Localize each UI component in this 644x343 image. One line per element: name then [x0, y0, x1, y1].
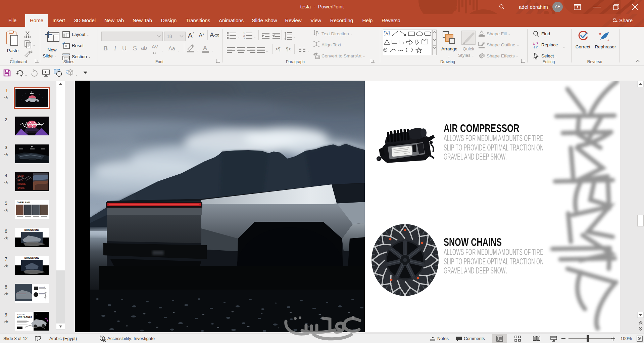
svg-text:ANY PLANET: ANY PLANET [17, 316, 32, 318]
svg-text:3: 3 [243, 37, 245, 40]
svg-text:ROCKS.: ROCKS. [17, 183, 26, 185]
svg-text:A: A [386, 32, 388, 36]
svg-text:OVERLAND: OVERLAND [17, 201, 30, 204]
svg-text:A: A [316, 30, 319, 34]
svg-text:⌅: ⌅ [36, 313, 37, 315]
svg-text:BUY TODAY: BUY TODAY [17, 314, 25, 315]
svg-text:DIMENSIONS: DIMENSIONS [24, 257, 40, 259]
svg-text:SNOW.: SNOW. [17, 187, 25, 189]
svg-text:b: b [533, 42, 535, 45]
svg-text:DIMENSIONS: DIMENSIONS [24, 229, 40, 231]
svg-text:c: c [536, 45, 538, 49]
